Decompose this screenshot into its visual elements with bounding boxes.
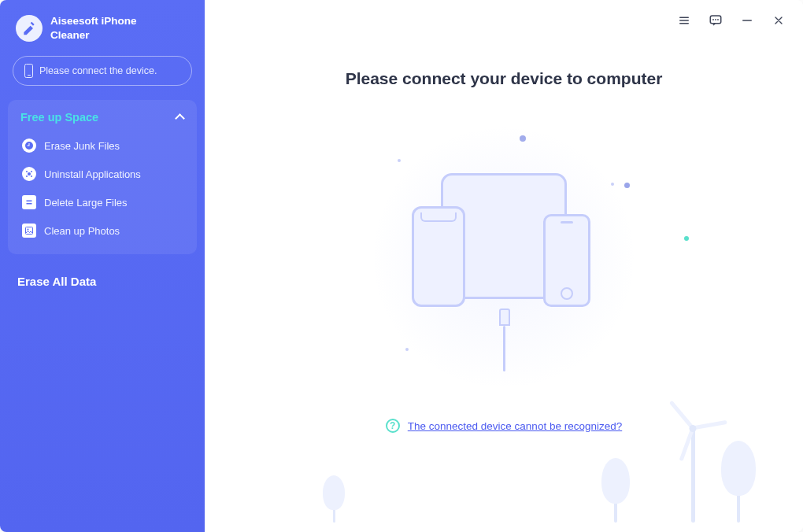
cable-tip-icon: [499, 308, 510, 326]
phone-icon: [24, 64, 33, 78]
svg-point-0: [28, 172, 31, 175]
help-icon: ?: [386, 419, 400, 433]
close-icon[interactable]: [772, 13, 786, 28]
sidebar-item-uninstall[interactable]: Uninstall Applications: [16, 160, 189, 188]
brand-logo-icon: [16, 15, 43, 42]
erase-all-label: Erase All Data: [17, 275, 96, 288]
menu-label: Clean up Photos: [44, 225, 120, 237]
help-row: ? The connected device cannot be recogni…: [386, 419, 622, 433]
tree-icon: [601, 458, 630, 523]
clock-icon: [22, 139, 36, 153]
svg-rect-5: [27, 201, 32, 202]
svg-point-2: [31, 171, 32, 172]
brand: Aiseesoft iPhone Cleaner: [0, 14, 205, 56]
svg-rect-6: [27, 203, 32, 205]
window-titlebar: [205, 0, 803, 41]
sidebar: Aiseesoft iPhone Cleaner Please connect …: [0, 0, 205, 532]
chevron-up-icon: [175, 113, 184, 122]
menu-icon[interactable]: [677, 13, 691, 28]
brand-title: Aiseesoft iPhone Cleaner: [50, 14, 137, 42]
content: Please connect your device to computer ?…: [205, 41, 803, 532]
file-icon: [22, 195, 36, 209]
svg-point-4: [31, 175, 32, 177]
main-area: Please connect your device to computer ?…: [205, 0, 803, 532]
device-illustration: [374, 127, 634, 387]
connect-label: Please connect the device.: [39, 65, 157, 76]
photo-icon: [22, 224, 36, 238]
menu-label: Delete Large Files: [44, 197, 128, 209]
phone-left-icon: [412, 206, 465, 307]
decorative-dot-icon: [684, 236, 689, 241]
tree-icon: [323, 475, 345, 523]
svg-point-8: [28, 229, 29, 231]
svg-point-11: [715, 19, 716, 20]
minimize-icon[interactable]: [740, 13, 754, 28]
group-header[interactable]: Free up Space: [16, 111, 189, 131]
help-link[interactable]: The connected device cannot be recognize…: [408, 420, 622, 432]
page-headline: Please connect your device to computer: [346, 69, 663, 88]
svg-point-12: [717, 19, 719, 20]
brand-line2: Cleaner: [50, 28, 137, 42]
sidebar-item-large-files[interactable]: Delete Large Files: [16, 188, 189, 216]
svg-point-1: [26, 171, 28, 172]
windmill-icon: [677, 428, 709, 523]
decorative-dot-icon: [398, 159, 401, 162]
brand-line1: Aiseesoft iPhone: [50, 14, 137, 28]
decorative-dot-icon: [611, 183, 614, 186]
menu-label: Uninstall Applications: [44, 168, 141, 180]
sidebar-item-erase-junk[interactable]: Erase Junk Files: [16, 131, 189, 160]
cable-icon: [503, 326, 505, 371]
svg-point-10: [712, 19, 714, 20]
tree-icon: [721, 441, 756, 523]
decorative-dot-icon: [405, 348, 409, 351]
apps-icon: [22, 167, 36, 181]
svg-rect-7: [26, 227, 33, 235]
sidebar-item-erase-all[interactable]: Erase All Data: [0, 260, 205, 302]
connect-device-pill[interactable]: Please connect the device.: [13, 56, 192, 86]
app-window: Aiseesoft iPhone Cleaner Please connect …: [0, 0, 803, 532]
feedback-icon[interactable]: [709, 13, 723, 28]
menu-label: Erase Junk Files: [44, 140, 120, 152]
sidebar-group-freeup: Free up Space Erase Junk Files Uninstall…: [8, 100, 197, 254]
phone-right-icon: [543, 214, 590, 307]
sidebar-item-clean-photos[interactable]: Clean up Photos: [16, 216, 189, 245]
svg-point-3: [26, 175, 28, 177]
group-title: Free up Space: [20, 111, 98, 124]
